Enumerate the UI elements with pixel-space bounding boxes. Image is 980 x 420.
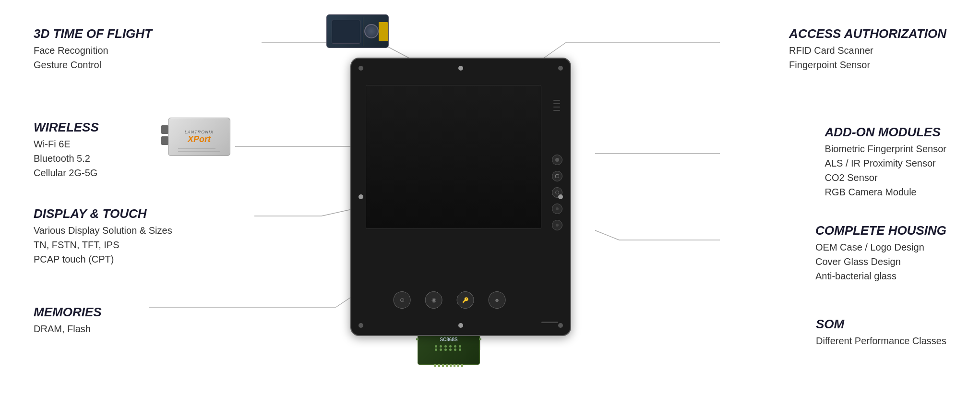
- memories-line-1: DRAM, Flash: [34, 322, 102, 336]
- tof-title: 3D TIME OF FLIGHT: [34, 26, 152, 41]
- display-line-1: Various Display Solution & Sizes: [34, 223, 172, 238]
- conn-left: [359, 194, 363, 199]
- device-bottom-bar: [541, 322, 558, 323]
- housing-line-2: Cover Glass Design: [815, 254, 946, 269]
- wireless-line-1: Wi-Fi 6E: [34, 137, 99, 151]
- display-desc: Various Display Solution & Sizes TN, FST…: [34, 223, 172, 266]
- side-btn-4[interactable]: [552, 204, 562, 214]
- access-title: ACCESS AUTHORIZATION: [789, 26, 946, 41]
- housing-desc: OEM Case / Logo Design Cover Glass Desig…: [815, 240, 946, 283]
- wireless-line-2: Bluetooth 5.2: [34, 151, 99, 166]
- som-desc: Different Performance Classes: [816, 334, 946, 348]
- section-addon: ADD-ON MODULES Biometric Fingerprint Sen…: [825, 125, 946, 199]
- access-line-1: RFID Card Scanner: [789, 43, 946, 58]
- bottom-btn-1[interactable]: ⊙: [394, 291, 411, 309]
- wireless-title: WIRELESS: [34, 120, 99, 135]
- access-desc: RFID Card Scanner Fingerpoint Sensor: [789, 43, 946, 72]
- wireless-desc: Wi-Fi 6E Bluetooth 5.2 Cellular 2G-5G: [34, 137, 99, 180]
- section-memories: MEMORIES DRAM, Flash: [34, 305, 102, 336]
- section-display: DISPLAY & TOUCH Various Display Solution…: [34, 206, 172, 266]
- addon-line-2: ALS / IR Proximity Sensor: [825, 156, 946, 170]
- section-housing: COMPLETE HOUSING OEM Case / Logo Design …: [815, 223, 946, 283]
- conn-right: [558, 194, 563, 199]
- tof-desc: Face Recognition Gesture Control: [34, 43, 152, 72]
- housing-line-3: Anti-bacterial glass: [815, 269, 946, 283]
- corner-dot-tl: [359, 66, 363, 71]
- section-som: SOM Different Performance Classes: [816, 317, 946, 348]
- speaker: [552, 92, 562, 119]
- tof-line-2: Gesture Control: [34, 58, 152, 72]
- wireless-line-3: Cellular 2G-5G: [34, 166, 99, 180]
- device-screen: [366, 85, 541, 229]
- section-access: ACCESS AUTHORIZATION RFID Card Scanner F…: [789, 26, 946, 72]
- addon-line-4: RGB Camera Module: [825, 185, 946, 199]
- memories-desc: DRAM, Flash: [34, 322, 102, 336]
- bottom-btn-2[interactable]: ◉: [425, 291, 442, 309]
- bottom-btn-3[interactable]: 🔑: [457, 291, 474, 309]
- housing-line-1: OEM Case / Logo Design: [815, 240, 946, 254]
- wireless-component: LANTRONIX XPort: [168, 118, 230, 156]
- som-line-1: Different Performance Classes: [816, 334, 946, 348]
- addon-desc: Biometric Fingerprint Sensor ALS / IR Pr…: [825, 142, 946, 199]
- side-btn-2[interactable]: [552, 171, 562, 181]
- addon-title: ADD-ON MODULES: [825, 125, 946, 140]
- tof-component: [326, 14, 389, 48]
- corner-dot-bl: [359, 323, 363, 328]
- side-btn-1[interactable]: [552, 155, 562, 165]
- bottom-buttons: ⊙ ◉ 🔑 ☻: [394, 291, 506, 309]
- addon-line-1: Biometric Fingerprint Sensor: [825, 142, 946, 156]
- bottom-btn-4[interactable]: ☻: [489, 291, 506, 309]
- side-btn-5[interactable]: [552, 220, 562, 230]
- tof-line-1: Face Recognition: [34, 43, 152, 58]
- memories-title: MEMORIES: [34, 305, 102, 320]
- access-line-2: Fingerpoint Sensor: [789, 58, 946, 72]
- housing-title: COMPLETE HOUSING: [815, 223, 946, 238]
- corner-dot-br: [558, 323, 563, 328]
- display-title: DISPLAY & TOUCH: [34, 206, 172, 221]
- conn-top: [458, 66, 463, 71]
- corner-dot-tr: [558, 66, 563, 71]
- display-line-3: PCAP touch (CPT): [34, 252, 172, 266]
- svg-line-13: [595, 230, 619, 240]
- som-model-label: SC868S: [440, 337, 457, 342]
- section-wireless: WIRELESS Wi-Fi 6E Bluetooth 5.2 Cellular…: [34, 120, 99, 180]
- display-line-2: TN, FSTN, TFT, IPS: [34, 238, 172, 252]
- som-title: SOM: [816, 317, 946, 332]
- conn-bottom: [458, 323, 463, 328]
- page-container: LANTRONIX XPort QUECTEL SC868S: [0, 0, 980, 420]
- section-tof: 3D TIME OF FLIGHT Face Recognition Gestu…: [34, 26, 152, 72]
- side-buttons: [552, 155, 562, 230]
- addon-line-3: CO2 Sensor: [825, 170, 946, 185]
- device: ⊙ ◉ 🔑 ☻: [350, 58, 571, 336]
